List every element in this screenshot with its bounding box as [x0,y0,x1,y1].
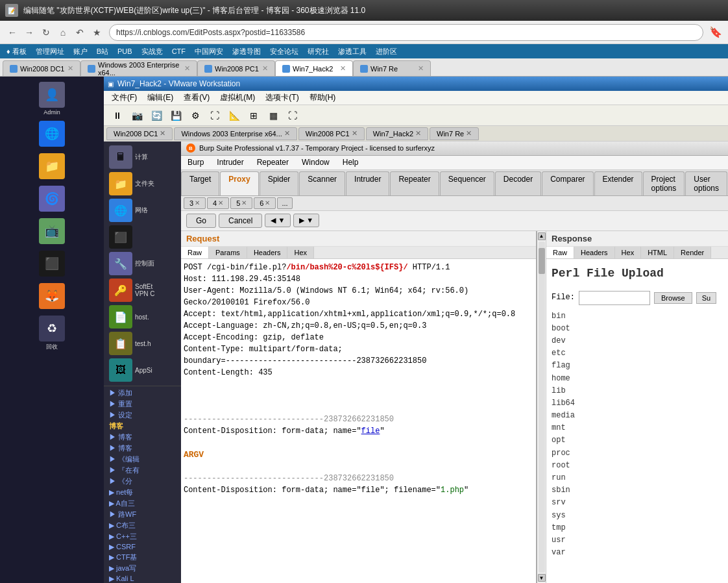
vm-icon-test[interactable]: 📋 test.h [106,330,178,356]
sidebar-item-cpp[interactable]: ▶ C++三 [108,531,177,542]
bookmark-2[interactable]: 管理网址 [32,45,68,57]
sidebar-item-at[interactable]: ▶ 『在有 [108,465,177,476]
sidebar-item-blog3[interactable]: ▶ 博客 [108,443,177,454]
burp-menu-window[interactable]: Window [295,155,336,169]
sidebar-item-blog1[interactable]: 博客 [108,421,177,432]
response-tab-html[interactable]: HTML [641,247,674,258]
sidebar-item-reset[interactable]: ▶ 重置 [108,399,177,410]
desktop-icon-admin[interactable]: 👤 Admin [3,79,101,118]
burp-menu-help[interactable]: Help [336,155,365,169]
vm-tab-close-win2003[interactable]: ✕ [284,129,290,138]
sidebar-item-net[interactable]: ▶ net每 [108,487,177,498]
vm-tab-close-win7hack2[interactable]: ✕ [415,129,421,138]
home-button[interactable]: ⌂ [55,24,71,41]
sidebar-item-fen[interactable]: ▶ 《分 [108,476,177,487]
burp-menu-burp[interactable]: Burp [181,155,210,169]
burp-tab-decoder[interactable]: Decoder [495,171,541,195]
response-tab-raw[interactable]: Raw [546,247,574,258]
file-input[interactable] [579,291,650,305]
burp-tab-comparer[interactable]: Comparer [542,171,593,195]
vm-icon-control[interactable]: 🔧 控制面 [106,251,178,277]
vm-menu-edit[interactable]: 编辑(E) [142,91,178,105]
request-tab-headers[interactable]: Headers [247,247,288,258]
burp-menu-intruder[interactable]: Intruder [210,155,250,169]
browser-tab-win2003[interactable]: Windows 2003 Enterprise x64... ✕ [80,60,197,76]
burp-tab-scanner[interactable]: Scanner [299,171,345,195]
response-tab-headers[interactable]: Headers [574,247,615,258]
desktop-icon-ie[interactable]: 🌐 [3,118,101,151]
bookmark-4[interactable]: B站 [93,45,112,57]
sidebar-item-c[interactable]: ▶ C布三 [108,520,177,531]
back-button[interactable]: ← [4,24,21,41]
bookmark-10[interactable]: 安全论坛 [266,45,302,57]
desktop-icon-folder[interactable]: 📁 [3,151,101,183]
vm-tab-win7hack2[interactable]: Win7_Hack2 ✕ [366,127,428,140]
vm-icon-folder2[interactable]: 📁 文件夹 [106,171,178,197]
vm-icon-softetk[interactable]: 🔑 SoftEtVPN C [106,277,178,303]
tab-close-win2008pc1[interactable]: ✕ [262,64,268,73]
burp-subtab-5-close[interactable]: ✕ [241,199,247,206]
burp-subtab-6-close[interactable]: ✕ [265,199,270,206]
vm-tb-unity[interactable]: 📐 [226,107,243,124]
desktop-icon-media[interactable]: 🌀 [3,183,101,216]
browse-button[interactable]: Browse [654,292,692,304]
nav-prev-btn[interactable]: ◀ ▼ [265,214,291,227]
sidebar-item-csrf[interactable]: ▶ CSRF [108,542,177,552]
tab-close-win7re[interactable]: ✕ [418,64,424,73]
sidebar-item-wf[interactable]: ▶ 路WF [108,509,177,520]
vm-menu-tabs[interactable]: 选项卡(T) [260,91,304,105]
bookmark-8[interactable]: 中国网安 [191,45,227,57]
sidebar-item-ctf[interactable]: ▶ CTF基 [108,552,177,563]
browser-tab-win7hack2[interactable]: Win7_Hack2 ✕ [275,60,353,76]
burp-tab-repeater[interactable]: Repeater [390,171,439,195]
request-content-area[interactable]: POST /cgi-bin/file.pl?/bin/bash%20-c%20l… [181,259,536,583]
burp-subtab-4[interactable]: 4 ✕ [207,197,229,209]
vm-icon-appsi[interactable]: 🖼 AppSi [106,357,178,383]
request-tab-hex[interactable]: Hex [287,247,314,258]
burp-tab-target[interactable]: Target [181,171,219,195]
vm-tab-close-win2008pc1[interactable]: ✕ [352,129,358,138]
burp-subtab-5[interactable]: 5 ✕ [230,197,252,209]
sidebar-item-kali[interactable]: ▶ Kali L [108,574,177,583]
vm-tb-expand[interactable]: ⛶ [284,107,301,124]
burp-subtab-more[interactable]: ... [277,197,292,209]
bookmark-12[interactable]: 渗透工具 [334,45,370,57]
vm-tab-close-win2008dc1[interactable]: ✕ [160,129,165,138]
go-button[interactable]: Go [186,214,216,228]
bookmark-5[interactable]: PUB [114,45,136,57]
request-tab-raw[interactable]: Raw [181,247,209,258]
burp-subtab-3[interactable]: 3 ✕ [184,197,206,209]
vm-tab-win2003[interactable]: Windows 2003 Enterprise x64... ✕ [174,127,297,140]
vm-tb-save[interactable]: 💾 [167,107,184,124]
burp-subtab-3-close[interactable]: ✕ [195,199,200,206]
burp-tab-sequencer[interactable]: Sequencer [440,171,494,195]
bookmark-1[interactable]: ♦ 看板 [3,45,30,57]
vm-tb-pause[interactable]: ⏸ [109,107,126,124]
desktop-icon-cmd[interactable]: ⬛ [3,248,101,280]
bookmark-6[interactable]: 实战竞 [138,45,167,57]
response-tab-hex[interactable]: Hex [615,247,642,258]
bookmark-3[interactable]: 账户 [69,45,91,57]
burp-tab-intruder[interactable]: Intruder [346,171,389,195]
vm-menu-help[interactable]: 帮助(H) [304,91,341,105]
vm-tb-restore[interactable]: 🔄 [148,107,165,124]
scroll-up-btn[interactable]: ▲ [538,232,546,240]
sidebar-item-blog2[interactable]: ▶ 博客 [108,432,177,443]
burp-subtab-4-close[interactable]: ✕ [218,199,223,206]
vm-tb-snap[interactable]: 📷 [128,107,145,124]
vm-menu-vm[interactable]: 虚拟机(M) [215,91,260,105]
browser-tab-win2008pc1[interactable]: Win2008 PC1 ✕ [197,60,275,76]
tab-close-win2003[interactable]: ✕ [184,64,190,73]
bookmark-13[interactable]: 进阶区 [372,45,401,57]
tab-close-win7hack2[interactable]: ✕ [340,64,346,73]
refresh-button[interactable]: ↻ [38,24,55,41]
vm-icon-calculator[interactable]: 🖩 计算 [106,144,178,170]
response-content-area[interactable]: Perl File Upload File: Browse Su bin boo [546,259,728,583]
desktop-icon-recycle[interactable]: ♻ 回收 [3,313,101,354]
sidebar-item-add[interactable]: ▶ 添加 [108,388,177,399]
burp-tab-extender[interactable]: Extender [594,171,642,195]
desktop-icon-tv[interactable]: 📺 [3,216,101,248]
burp-tab-user-options[interactable]: User options [685,171,727,195]
bookmark-star-button[interactable]: ★ [88,24,105,41]
vm-tab-win2008dc1[interactable]: Win2008 DC1 ✕ [106,127,173,140]
